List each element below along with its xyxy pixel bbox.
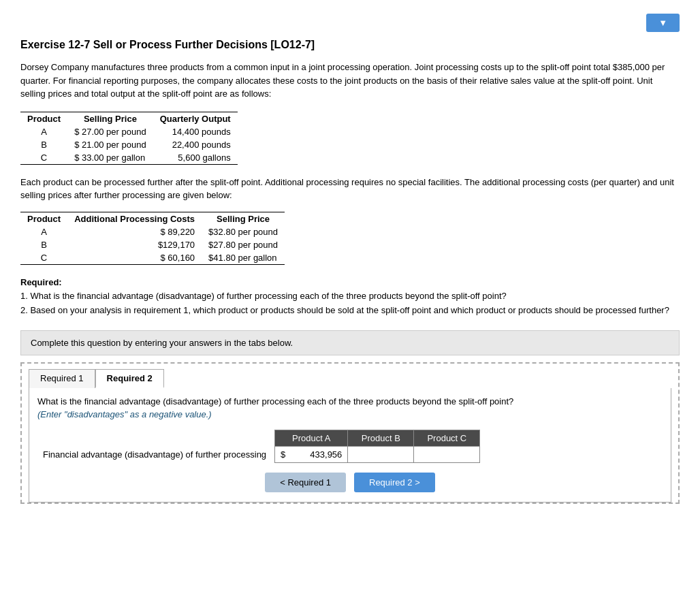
product-a-input[interactable] — [287, 449, 342, 460]
table2-header-selling: Selling Price — [202, 212, 285, 225]
product-c-input[interactable] — [419, 449, 474, 460]
complete-box: Complete this question by entering your … — [20, 330, 680, 355]
table1-cell: 5,600 gallons — [153, 151, 238, 165]
nav-buttons: < Required 1 Required 2 > — [37, 473, 663, 492]
required-item-1: 1. What is the financial advantage (disa… — [20, 291, 507, 301]
product-b-input[interactable] — [353, 449, 408, 460]
table1-header-selling-price: Selling Price — [67, 112, 153, 125]
table1-cell: $ 33.00 per gallon — [67, 151, 153, 165]
table2-cell: C — [20, 251, 67, 265]
table2-cell: $ 89,220 — [67, 225, 202, 238]
answer-table: Product A Product B Product C Financial … — [37, 430, 480, 463]
tab-required2[interactable]: Required 2 — [95, 369, 164, 388]
table2-header-product: Product — [20, 212, 67, 225]
dollar-sign-a: $ — [281, 449, 285, 460]
description-text: Dorsey Company manufactures three produc… — [20, 61, 680, 101]
table1-cell: 22,400 pounds — [153, 138, 238, 151]
tab-required1[interactable]: Required 1 — [29, 369, 95, 388]
answer-row-label: Financial advantage (disadvantage) of fu… — [37, 446, 275, 462]
table2-cell: A — [20, 225, 67, 238]
table2-cell: $27.80 per pound — [202, 238, 285, 251]
answer-header-product-c: Product C — [414, 430, 480, 446]
tabs-area: Required 1 Required 2 What is the financ… — [20, 362, 680, 504]
next-button[interactable]: Required 2 > — [354, 473, 435, 492]
required-label: Required: — [20, 277, 62, 287]
table1-cell: A — [20, 125, 67, 138]
table1-header-output: Quarterly Output — [153, 112, 238, 125]
prev-button[interactable]: < Required 1 — [265, 473, 346, 492]
required-section: Required: 1. What is the financial advan… — [20, 276, 680, 318]
answer-cell-c[interactable] — [414, 446, 480, 462]
page-title: Exercise 12-7 Sell or Process Further De… — [20, 39, 680, 51]
table1-header-product: Product — [20, 112, 67, 125]
table2: Product Additional Processing Costs Sell… — [20, 212, 285, 265]
answer-cell-a[interactable]: $ — [275, 446, 348, 462]
tab-question: What is the financial advantage (disadva… — [37, 395, 663, 421]
table2-cell: $41.80 per gallon — [202, 251, 285, 265]
table2-cell: $ 60,160 — [67, 251, 202, 265]
table2-cell: $32.80 per pound — [202, 225, 285, 238]
table2-header-processing: Additional Processing Costs — [67, 212, 202, 225]
top-dropdown-button[interactable]: ▼ — [646, 14, 680, 32]
answer-row: Financial advantage (disadvantage) of fu… — [37, 446, 480, 462]
table1-cell: C — [20, 151, 67, 165]
table1: Product Selling Price Quarterly Output A… — [20, 112, 238, 165]
tabs-row: Required 1 Required 2 — [29, 369, 671, 388]
section-para: Each product can be processed further af… — [20, 176, 680, 202]
tab-content: What is the financial advantage (disadva… — [29, 388, 671, 503]
answer-table-empty-header — [37, 430, 275, 446]
table1-cell: B — [20, 138, 67, 151]
answer-cell-b[interactable] — [348, 446, 414, 462]
table2-cell: $129,170 — [67, 238, 202, 251]
answer-header-product-b: Product B — [348, 430, 414, 446]
table2-cell: B — [20, 238, 67, 251]
table1-container: Product Selling Price Quarterly Output A… — [20, 112, 680, 165]
table1-cell: $ 21.00 per pound — [67, 138, 153, 151]
table2-container: Product Additional Processing Costs Sell… — [20, 212, 680, 265]
table1-cell: 14,400 pounds — [153, 125, 238, 138]
answer-header-product-a: Product A — [275, 430, 348, 446]
table1-cell: $ 27.00 per pound — [67, 125, 153, 138]
required-item-2: 2. Based on your analysis in requirement… — [20, 305, 669, 315]
